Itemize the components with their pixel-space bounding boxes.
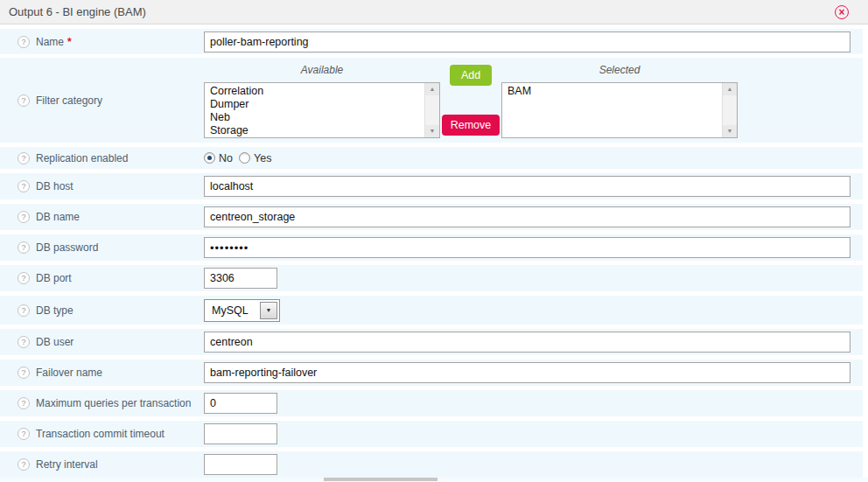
transaction-commit-timeout-input[interactable] bbox=[204, 423, 277, 444]
available-listbox[interactable]: Correlation Dumper Neb Storage ▲ ▼ bbox=[204, 82, 440, 138]
vertical-scrollbar[interactable]: ▲ ▼ bbox=[722, 83, 737, 137]
db-name-input[interactable] bbox=[204, 206, 850, 227]
form-row-db-type: ? DB type MySQL ▼ bbox=[0, 296, 863, 325]
scroll-up-icon[interactable]: ▲ bbox=[723, 83, 737, 95]
radio-no-label[interactable]: No bbox=[219, 152, 233, 164]
list-item[interactable]: Correlation bbox=[205, 85, 424, 98]
form-row-retry-interval: ? Retry interval bbox=[0, 451, 863, 478]
help-icon[interactable]: ? bbox=[18, 36, 30, 48]
form-row-db-port: ? DB port bbox=[0, 265, 863, 291]
form-row-transaction-commit-timeout: ? Transaction commit timeout bbox=[0, 421, 863, 447]
horizontal-scrollbar[interactable] bbox=[0, 478, 868, 482]
help-icon[interactable]: ? bbox=[18, 367, 30, 379]
form-row-db-host: ? DB host bbox=[0, 173, 863, 199]
field-label: DB type bbox=[36, 304, 204, 317]
retry-interval-input[interactable] bbox=[204, 454, 277, 475]
form-row-db-name: ? DB name bbox=[0, 204, 863, 230]
add-button[interactable]: Add bbox=[450, 65, 492, 86]
required-asterisk: * bbox=[67, 36, 72, 48]
field-label: DB name bbox=[36, 211, 204, 223]
field-label: Maximum queries per transaction bbox=[36, 397, 204, 409]
db-password-input[interactable] bbox=[204, 237, 850, 258]
help-icon[interactable]: ? bbox=[18, 272, 30, 284]
db-port-input[interactable] bbox=[204, 268, 277, 289]
db-type-value: MySQL bbox=[205, 304, 258, 317]
db-user-input[interactable] bbox=[204, 332, 850, 353]
chevron-down-icon[interactable]: ▼ bbox=[260, 302, 277, 319]
form-row-db-password: ? DB password bbox=[0, 234, 863, 261]
form-row-filter-category: ? Filter category Available Correlation … bbox=[0, 58, 863, 143]
field-label: DB port bbox=[36, 272, 204, 284]
list-item[interactable]: Storage bbox=[205, 124, 424, 137]
field-label: DB user bbox=[36, 336, 204, 348]
help-icon[interactable]: ? bbox=[18, 180, 30, 192]
scroll-down-icon[interactable]: ▼ bbox=[723, 125, 737, 137]
name-input[interactable] bbox=[204, 31, 850, 52]
radio-yes-label[interactable]: Yes bbox=[254, 152, 271, 164]
panel-title: Output 6 - BI engine (BAM) bbox=[9, 5, 146, 18]
form-row-db-user: ? DB user bbox=[0, 329, 863, 355]
help-icon[interactable]: ? bbox=[18, 428, 30, 440]
form-row-name: ? Name* bbox=[0, 29, 863, 54]
field-label: Failover name bbox=[36, 367, 204, 379]
available-column: Available Correlation Dumper Neb Storage… bbox=[204, 62, 440, 138]
scroll-up-icon[interactable]: ▲ bbox=[425, 83, 439, 95]
form-row-replication-enabled: ? Replication enabled No Yes bbox=[0, 147, 863, 169]
help-icon[interactable]: ? bbox=[18, 397, 30, 409]
help-icon[interactable]: ? bbox=[18, 336, 30, 348]
field-label: DB host bbox=[36, 180, 204, 192]
list-item[interactable]: Dumper bbox=[205, 98, 424, 111]
help-icon[interactable]: ? bbox=[18, 211, 30, 223]
scroll-down-icon[interactable]: ▼ bbox=[425, 125, 439, 137]
transfer-buttons: Add Remove bbox=[440, 62, 501, 136]
max-queries-input[interactable] bbox=[204, 393, 277, 414]
field-label: Filter category bbox=[36, 94, 204, 107]
name-label: Name bbox=[36, 36, 64, 48]
help-icon[interactable]: ? bbox=[18, 304, 30, 317]
failover-name-input[interactable] bbox=[204, 362, 850, 383]
db-host-input[interactable] bbox=[204, 176, 850, 197]
remove-button[interactable]: Remove bbox=[442, 115, 500, 136]
radio-no[interactable] bbox=[204, 152, 215, 164]
radio-yes[interactable] bbox=[239, 152, 250, 164]
field-label: Transaction commit timeout bbox=[36, 428, 204, 440]
help-icon[interactable]: ? bbox=[18, 458, 30, 471]
field-label: DB password bbox=[36, 241, 204, 254]
help-icon[interactable]: ? bbox=[18, 152, 30, 164]
panel-header: Output 6 - BI engine (BAM) × bbox=[0, 0, 868, 24]
selected-title: Selected bbox=[501, 62, 738, 78]
selected-column: Selected BAM ▲ ▼ bbox=[501, 62, 738, 138]
close-icon[interactable]: × bbox=[835, 5, 849, 19]
horizontal-scrollbar-thumb[interactable] bbox=[324, 478, 438, 481]
help-icon[interactable]: ? bbox=[18, 94, 30, 107]
selected-listbox[interactable]: BAM ▲ ▼ bbox=[501, 82, 738, 138]
field-label: Name* bbox=[36, 36, 204, 48]
list-item[interactable]: Neb bbox=[205, 111, 424, 124]
form-row-failover-name: ? Failover name bbox=[0, 360, 863, 386]
field-label: Replication enabled bbox=[36, 152, 204, 164]
help-icon[interactable]: ? bbox=[18, 241, 30, 254]
form-row-max-queries: ? Maximum queries per transaction bbox=[0, 390, 863, 416]
db-type-select[interactable]: MySQL ▼ bbox=[204, 299, 280, 322]
vertical-scrollbar[interactable]: ▲ ▼ bbox=[424, 83, 439, 137]
field-label: Retry interval bbox=[36, 458, 204, 471]
list-item[interactable]: BAM bbox=[502, 85, 722, 98]
available-title: Available bbox=[204, 62, 440, 78]
